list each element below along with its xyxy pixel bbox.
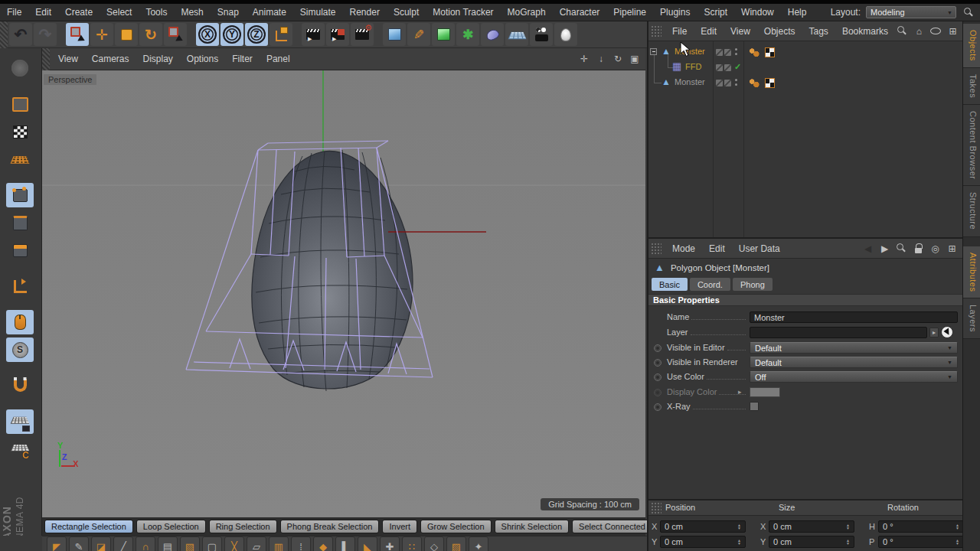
vp-menu-cameras[interactable]: Cameras [85,54,136,64]
stepper-icon[interactable]: ▲▼ [956,539,959,545]
attr-menu-edit[interactable]: Edit [702,243,732,254]
polygon-object-icon[interactable]: ▲ [662,77,671,87]
stepper-icon[interactable]: ▲▼ [846,523,850,530]
vp-menu-view[interactable]: View [51,54,85,64]
modeling-tool-icon[interactable]: ◣ [358,536,377,551]
layout-dropdown[interactable]: Modeling ▼ [866,6,956,18]
keyframe-dot-icon[interactable] [654,373,662,381]
position-y-field[interactable]: 0 cm ▲▼ [660,536,746,548]
object-name[interactable]: Monster [675,77,705,86]
camera-icon[interactable] [530,23,553,46]
modeling-tool-icon[interactable]: ✎ [69,536,89,551]
new-panel-icon[interactable]: ⊞ [946,24,960,38]
mouse-input-icon[interactable] [6,310,34,334]
coordinate-system-icon[interactable] [270,23,292,46]
modeling-tool-icon[interactable]: ▌ [335,536,355,551]
snap-toggle-icon[interactable] [6,337,34,362]
uvw-tag-icon[interactable] [765,47,775,57]
layer-field[interactable] [750,327,927,338]
collapse-toggle-icon[interactable] [650,48,657,55]
menu-file[interactable]: File [0,7,28,18]
uvw-tag-icon[interactable] [765,78,775,88]
add-cube-icon[interactable] [383,23,406,46]
editor-visibility-toggle[interactable] [716,49,723,56]
toggle-view-icon[interactable]: ▣ [629,53,641,65]
stepper-icon[interactable]: ▲▼ [956,523,959,530]
size-x-field[interactable]: 0 cm ▲▼ [769,520,854,533]
om-menu-view[interactable]: View [724,26,757,37]
visible-in-editor-dropdown[interactable]: Default ▼ [750,342,958,354]
section-header[interactable]: Basic Properties [648,294,962,306]
dolly-view-icon[interactable]: ↓ [595,53,607,65]
keyframe-dot-icon[interactable] [654,403,662,411]
tab-content-browser[interactable]: Content Browser [963,105,980,186]
menu-select[interactable]: Select [100,7,139,18]
use-color-dropdown[interactable]: Off ▼ [750,371,958,383]
rotate-tool-icon[interactable]: ↻ [139,23,162,46]
modeling-tool-icon[interactable]: ◆ [313,536,333,551]
vp-menu-filter[interactable]: Filter [225,54,260,64]
rotation-p-field[interactable]: 0 ° ▲▼ [878,536,962,548]
stepper-icon[interactable]: ▲▼ [737,539,741,545]
edges-mode-icon[interactable] [6,210,34,235]
modeling-tool-icon[interactable]: ▧ [180,536,200,551]
menu-mograph[interactable]: MoGraph [501,7,553,18]
menu-plugins[interactable]: Plugins [653,7,697,18]
floor-icon[interactable] [505,23,528,46]
grow-selection-button[interactable]: Grow Selection [420,520,492,533]
select-connected-button[interactable]: Select Connected [572,520,652,533]
om-menu-bookmarks[interactable]: Bookmarks [835,26,895,37]
tab-objects[interactable]: Objects [963,24,980,68]
undo-icon[interactable]: ↶ [9,23,32,46]
modeling-tool-icon[interactable]: ▤ [158,536,178,551]
modeling-tool-icon[interactable]: ╳ [224,536,244,551]
menu-character[interactable]: Character [553,7,607,18]
menu-animate[interactable]: Animate [246,7,293,18]
tab-structure[interactable]: Structure [963,186,980,236]
monster-mesh[interactable] [252,150,413,391]
tab-takes[interactable]: Takes [963,68,980,105]
menu-window[interactable]: Window [734,7,781,18]
menu-pipeline[interactable]: Pipeline [606,7,653,18]
keyframe-dot-icon[interactable] [654,344,662,352]
subdivision-surface-icon[interactable] [432,23,455,46]
points-mode-icon[interactable] [6,183,34,207]
search-icon[interactable] [962,6,974,18]
object-name[interactable]: FFD [685,62,701,71]
pan-view-icon[interactable]: ✛ [578,53,590,65]
menu-render[interactable]: Render [343,7,387,18]
tab-attributes[interactable]: Attributes [963,246,980,298]
tab-phong[interactable]: Phong [733,278,773,291]
polygons-mode-icon[interactable] [6,238,34,262]
render-visibility-toggle[interactable] [724,49,731,56]
history-back-icon[interactable]: ◀ [861,242,875,256]
loop-selection-button[interactable]: Loop Selection [136,520,206,533]
lock-x-axis-icon[interactable]: X [196,23,219,46]
menu-mesh[interactable]: Mesh [174,7,210,18]
workplane-lock-icon[interactable] [6,409,34,434]
lock-icon[interactable] [911,242,926,256]
tab-coord[interactable]: Coord. [690,278,730,291]
view-type-label[interactable]: Perspective [44,74,96,85]
render-visibility-toggle[interactable] [724,80,731,86]
lock-y-axis-icon[interactable]: Y [220,23,243,46]
visibility-dot[interactable] [735,53,737,55]
lock-z-axis-icon[interactable]: Z [245,23,268,46]
menu-script[interactable]: Script [697,7,734,18]
texture-mode-icon[interactable] [6,119,34,144]
menu-help[interactable]: Help [781,7,814,18]
xray-checkbox[interactable] [750,402,759,411]
size-y-field[interactable]: 0 cm ▲▼ [769,536,854,548]
menu-edit[interactable]: Edit [28,7,58,18]
menu-motion-tracker[interactable]: Motion Tracker [426,7,500,18]
axis-mode-icon[interactable] [6,274,34,298]
visibility-dot[interactable] [735,79,737,81]
object-row[interactable]: ▲ Monster [648,75,962,90]
menu-tools[interactable]: Tools [139,7,174,18]
modeling-tool-icon[interactable]: ✚ [380,536,400,551]
name-field[interactable]: Monster [750,311,958,323]
object-row[interactable]: ▲ Monster [648,44,962,60]
orbit-view-icon[interactable]: ↻ [612,53,624,65]
workplane-interactive-icon[interactable] [6,437,34,461]
modeling-tool-icon[interactable]: ∩ [136,536,155,551]
